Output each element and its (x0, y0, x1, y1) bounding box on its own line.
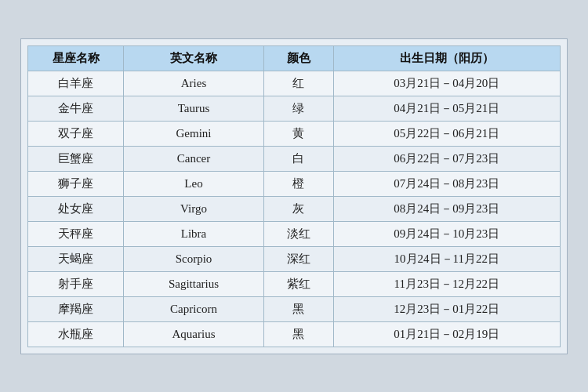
table-row: 双子座Gemini黄05月22日－06月21日 (28, 121, 561, 146)
table-header-row: 星座名称 英文名称 颜色 出生日期（阳历） (28, 45, 561, 71)
cell-date: 08月24日－09月23日 (333, 196, 560, 221)
cell-cn: 狮子座 (28, 171, 124, 196)
cell-en: Aries (124, 71, 263, 96)
cell-cn: 巨蟹座 (28, 146, 124, 171)
table-row: 天蝎座Scorpio深红10月24日－11月22日 (28, 246, 561, 271)
cell-cn: 天蝎座 (28, 246, 124, 271)
cell-en: Scorpio (124, 246, 263, 271)
cell-color: 淡红 (263, 221, 333, 246)
table-row: 水瓶座Aquarius黑01月21日－02月19日 (28, 321, 561, 347)
table-row: 金牛座Taurus绿04月21日－05月21日 (28, 96, 561, 121)
cell-date: 06月22日－07月23日 (333, 146, 560, 171)
table-body: 白羊座Aries红03月21日－04月20日金牛座Taurus绿04月21日－0… (28, 71, 561, 347)
cell-en: Sagittarius (124, 271, 263, 296)
cell-color: 灰 (263, 196, 333, 221)
cell-en: Aquarius (124, 321, 263, 347)
cell-cn: 金牛座 (28, 96, 124, 121)
header-date: 出生日期（阳历） (333, 45, 560, 71)
table-row: 摩羯座Capricorn黑12月23日－01月22日 (28, 296, 561, 321)
cell-cn: 射手座 (28, 271, 124, 296)
cell-color: 橙 (263, 171, 333, 196)
cell-color: 绿 (263, 96, 333, 121)
cell-color: 深红 (263, 246, 333, 271)
table-row: 天秤座Libra淡红09月24日－10月23日 (28, 221, 561, 246)
cell-en: Virgo (124, 196, 263, 221)
cell-en: Taurus (124, 96, 263, 121)
cell-cn: 摩羯座 (28, 296, 124, 321)
cell-en: Leo (124, 171, 263, 196)
cell-date: 03月21日－04月20日 (333, 71, 560, 96)
table-row: 白羊座Aries红03月21日－04月20日 (28, 71, 561, 96)
cell-date: 12月23日－01月22日 (333, 296, 560, 321)
cell-en: Cancer (124, 146, 263, 171)
cell-color: 紫红 (263, 271, 333, 296)
cell-date: 01月21日－02月19日 (333, 321, 560, 347)
cell-color: 黄 (263, 121, 333, 146)
cell-en: Gemini (124, 121, 263, 146)
cell-date: 09月24日－10月23日 (333, 221, 560, 246)
cell-cn: 水瓶座 (28, 321, 124, 347)
table-row: 射手座Sagittarius紫红11月23日－12月22日 (28, 271, 561, 296)
cell-en: Capricorn (124, 296, 263, 321)
cell-color: 白 (263, 146, 333, 171)
cell-date: 11月23日－12月22日 (333, 271, 560, 296)
cell-date: 10月24日－11月22日 (333, 246, 560, 271)
table-row: 狮子座Leo橙07月24日－08月23日 (28, 171, 561, 196)
header-cn: 星座名称 (28, 45, 124, 71)
zodiac-table: 星座名称 英文名称 颜色 出生日期（阳历） 白羊座Aries红03月21日－04… (27, 45, 561, 347)
cell-en: Libra (124, 221, 263, 246)
table-row: 处女座Virgo灰08月24日－09月23日 (28, 196, 561, 221)
cell-cn: 处女座 (28, 196, 124, 221)
header-en: 英文名称 (124, 45, 263, 71)
cell-date: 04月21日－05月21日 (333, 96, 560, 121)
zodiac-table-container: 星座名称 英文名称 颜色 出生日期（阳历） 白羊座Aries红03月21日－04… (20, 38, 568, 354)
cell-date: 05月22日－06月21日 (333, 121, 560, 146)
cell-color: 黑 (263, 296, 333, 321)
cell-cn: 双子座 (28, 121, 124, 146)
cell-date: 07月24日－08月23日 (333, 171, 560, 196)
cell-color: 红 (263, 71, 333, 96)
header-color: 颜色 (263, 45, 333, 71)
cell-cn: 白羊座 (28, 71, 124, 96)
table-row: 巨蟹座Cancer白06月22日－07月23日 (28, 146, 561, 171)
cell-color: 黑 (263, 321, 333, 347)
cell-cn: 天秤座 (28, 221, 124, 246)
